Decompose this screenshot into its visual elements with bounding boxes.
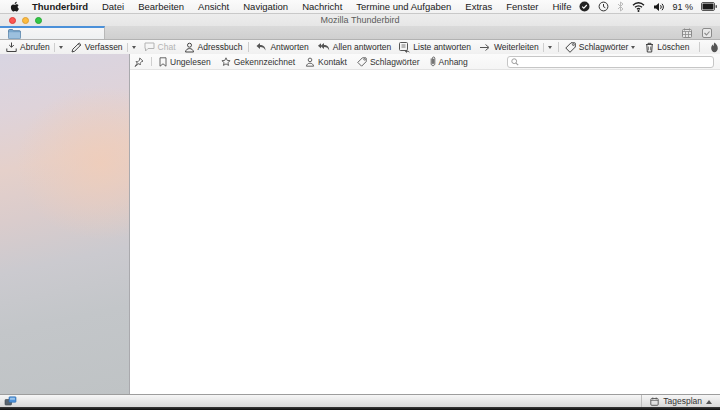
today-pane-toggle[interactable]: Tagesplan <box>641 395 720 407</box>
menu-termine-und-aufgaben[interactable]: Termine und Aufgaben <box>349 0 458 14</box>
compose-dropdown[interactable] <box>132 46 136 51</box>
junk-flame-icon <box>710 42 719 53</box>
quick-filter-search[interactable] <box>507 56 714 68</box>
filter-starred-button[interactable]: Gekennzeichnet <box>221 57 295 67</box>
chat-button[interactable]: Chat <box>144 41 176 53</box>
mail-toolbar: Abrufen Verfassen Chat Adressbuch Antwor… <box>0 40 720 54</box>
status-bar: Tagesplan <box>0 394 720 407</box>
reply-list-button[interactable]: Liste antworten <box>399 41 471 53</box>
badge-icon[interactable] <box>579 1 590 12</box>
toolbar-separator <box>558 42 559 52</box>
search-input[interactable] <box>519 57 710 67</box>
message-list-content <box>130 70 720 394</box>
tag-icon <box>565 42 576 53</box>
tag-icon <box>357 57 367 67</box>
toolbar-separator <box>699 42 700 52</box>
person-icon <box>184 42 195 53</box>
menu-ansicht[interactable]: Ansicht <box>191 0 236 14</box>
tag-dropdown[interactable] <box>631 46 635 51</box>
unread-bookmark-icon <box>159 57 167 67</box>
reply-icon <box>255 42 267 52</box>
chat-bubble-icon <box>144 42 155 52</box>
reply-list-icon <box>399 42 410 53</box>
junk-button[interactable]: Junk <box>710 41 720 53</box>
menu-hilfe[interactable]: Hilfe <box>546 0 579 14</box>
window-title-bar: Mozilla Thunderbird <box>0 14 720 26</box>
menu-bar-status-area: 91 % Do. 19:14 <box>579 1 720 12</box>
menu-bearbeiten[interactable]: Bearbeiten <box>131 0 191 14</box>
menu-thunderbird[interactable]: Thunderbird <box>25 0 95 14</box>
clock-icon[interactable] <box>598 1 609 12</box>
macos-menu-bar: Thunderbird Datei Bearbeiten Ansicht Nav… <box>0 0 720 14</box>
menu-datei[interactable]: Datei <box>95 0 131 14</box>
get-messages-button[interactable]: Abrufen <box>6 41 63 53</box>
bluetooth-icon[interactable] <box>617 1 624 12</box>
online-status-icon[interactable] <box>4 396 17 406</box>
search-icon <box>511 58 519 66</box>
menu-extras[interactable]: Extras <box>458 0 499 14</box>
reply-all-button[interactable]: Allen antworten <box>317 41 392 53</box>
reply-all-icon <box>317 42 330 52</box>
battery-percent: 91 % <box>673 2 694 12</box>
address-book-button[interactable]: Adressbuch <box>184 41 243 53</box>
message-list-pane: Ungelesen Gekennzeichnet Kontakt <box>130 54 720 394</box>
pencil-icon <box>71 42 82 53</box>
today-pane-icon <box>650 397 659 406</box>
filter-contact-button[interactable]: Kontakt <box>305 57 347 67</box>
wifi-icon[interactable] <box>632 2 645 12</box>
delete-button[interactable]: Löschen <box>645 41 689 53</box>
open-calendar-tab-button[interactable] <box>682 28 692 38</box>
open-tasks-tab-button[interactable] <box>702 28 712 38</box>
volume-icon[interactable] <box>653 2 665 12</box>
menu-navigation[interactable]: Navigation <box>236 0 295 14</box>
apple-icon <box>10 1 19 12</box>
toolbar-separator <box>248 42 249 52</box>
get-mail-icon <box>6 42 17 53</box>
get-messages-dropdown[interactable] <box>59 46 63 51</box>
reply-button[interactable]: Antworten <box>255 41 308 53</box>
compose-button[interactable]: Verfassen <box>71 41 136 53</box>
menu-fenster[interactable]: Fenster <box>499 0 545 14</box>
quick-filter-bar: Ungelesen Gekennzeichnet Kontakt <box>130 54 720 70</box>
folder-icon <box>8 29 21 39</box>
filter-attachment-button[interactable]: Anhang <box>430 56 468 67</box>
window-title: Mozilla Thunderbird <box>0 15 720 25</box>
star-icon <box>221 57 231 67</box>
tab-bar <box>0 26 720 40</box>
folder-pane <box>0 54 129 394</box>
paperclip-icon <box>430 56 436 67</box>
battery-icon[interactable] <box>701 2 717 11</box>
tag-button[interactable]: Schlagwörter <box>565 41 636 53</box>
forward-button[interactable]: Weiterleiten <box>479 41 552 53</box>
chevron-up-icon <box>706 397 712 404</box>
trash-icon <box>645 42 654 53</box>
apple-menu[interactable] <box>0 1 25 12</box>
menu-nachricht[interactable]: Nachricht <box>295 0 349 14</box>
filter-separator <box>151 57 152 66</box>
forward-dropdown[interactable] <box>548 46 552 51</box>
filter-tags-button[interactable]: Schlagwörter <box>357 57 420 67</box>
pin-icon <box>134 57 144 67</box>
contact-icon <box>305 57 315 67</box>
main-area: Ungelesen Gekennzeichnet Kontakt <box>0 54 720 394</box>
tab-mail-folder[interactable] <box>0 26 105 39</box>
forward-icon <box>479 43 491 52</box>
sticky-filter-button[interactable] <box>134 57 144 67</box>
filter-unread-button[interactable]: Ungelesen <box>159 57 211 67</box>
